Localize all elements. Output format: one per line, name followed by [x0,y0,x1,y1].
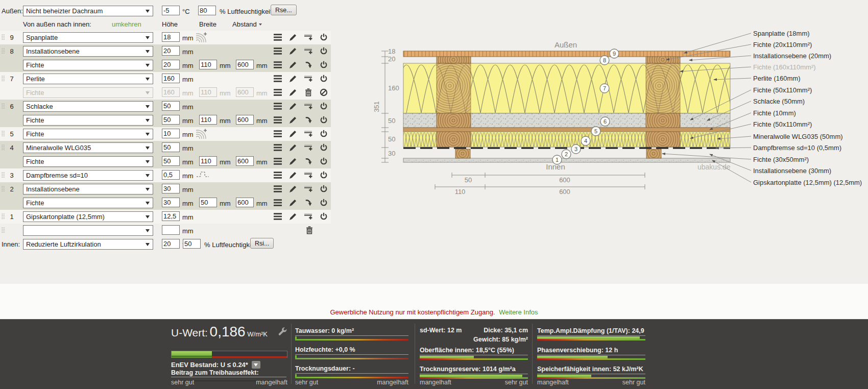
inside-material-select[interactable]: Reduzierte Luftzirkulation [23,239,153,250]
material-select[interactable]: Dampfbremse sd=10 [23,170,153,181]
hoehe-input[interactable] [162,60,180,69]
hoehe-input[interactable] [162,32,180,42]
menu-icon[interactable] [274,75,282,83]
disable-icon[interactable] [320,88,328,96]
edit-icon[interactable] [289,212,297,221]
edit-icon[interactable] [289,102,297,110]
toggle-layer-icon[interactable] [320,102,328,110]
insert-layer-icon[interactable] [304,33,312,41]
hoehe-input[interactable] [162,184,180,193]
toggle-layer-icon[interactable] [320,212,328,221]
menu-icon[interactable] [274,130,282,138]
material-select[interactable]: Perlite [23,74,153,84]
menu-icon[interactable] [274,185,282,193]
rotate-icon[interactable] [304,116,312,124]
menu-icon[interactable] [274,143,282,152]
edit-icon[interactable] [289,33,297,41]
material-select[interactable]: Installationsebene [23,184,153,195]
drag-handle[interactable]: ⣿ [1,213,5,219]
toggle-layer-icon[interactable] [320,185,328,193]
drag-handle[interactable]: ⣿ [1,144,5,150]
material-select[interactable]: Spanplatte [23,32,153,43]
drag-handle[interactable]: ⣿ [1,186,5,191]
menu-icon[interactable] [274,88,282,96]
hoehe-input[interactable] [162,198,180,207]
menu-icon[interactable] [274,171,282,179]
breite-input[interactable] [199,156,217,166]
material-select[interactable]: Fichte [23,129,153,139]
toggle-layer-icon[interactable] [320,33,328,41]
material-select[interactable]: Installationsebene [23,46,153,57]
edit-icon[interactable] [289,185,297,193]
abstand-input[interactable] [236,60,254,69]
abstand-input[interactable] [236,198,254,207]
material-select[interactable]: Mineralwolle WLG035 [23,142,153,153]
rotate-icon[interactable] [304,157,312,165]
add-beam-icon[interactable] [196,128,208,140]
outside-humidity-input[interactable] [198,6,216,15]
wrench-icon[interactable] [278,327,287,338]
breite-input[interactable] [199,198,217,207]
breite-input[interactable] [199,115,217,125]
toggle-layer-icon[interactable] [320,47,328,55]
menu-icon[interactable] [274,102,282,110]
edit-icon[interactable] [289,88,297,96]
hoehe-input[interactable] [162,156,180,166]
rotate-icon[interactable] [304,61,312,69]
insert-layer-icon[interactable] [304,185,312,193]
edit-icon[interactable] [289,157,297,165]
edit-icon[interactable] [289,61,297,69]
material-select[interactable]: Fichte [23,198,153,208]
insert-layer-icon[interactable] [304,102,312,110]
insert-layer-icon[interactable] [304,47,312,55]
edit-icon[interactable] [289,75,297,83]
drag-handle[interactable]: ⣿ [1,131,5,136]
drag-handle[interactable]: ⣿ [1,34,5,40]
breite-input[interactable] [199,87,217,97]
hoehe-input[interactable] [162,170,180,180]
hoehe-input[interactable] [162,142,180,152]
toggle-layer-icon[interactable] [320,199,328,207]
toggle-layer-icon[interactable] [320,171,328,179]
edit-icon[interactable] [289,47,297,55]
enev-dropdown-button[interactable] [252,361,260,369]
insert-layer-icon[interactable] [304,75,312,83]
reverse-order-link[interactable]: umkehren [112,20,141,28]
toggle-layer-icon[interactable] [320,157,328,165]
breite-input[interactable] [199,60,217,69]
material-select[interactable]: Fichte [23,115,153,126]
insert-layer-icon[interactable] [304,171,312,179]
abstand-input[interactable] [236,115,254,125]
outside-temperature-input[interactable] [162,6,180,15]
drag-handle[interactable]: ⣿ [1,227,5,233]
edit-icon[interactable] [289,116,297,124]
hoehe-input[interactable] [162,101,180,111]
material-select[interactable]: Schlacke [23,101,153,112]
rse-button[interactable]: Rse... [271,5,297,15]
hoehe-input[interactable] [162,115,180,125]
delete-icon[interactable] [304,88,312,96]
hoehe-input[interactable] [162,129,180,138]
rsi-button[interactable]: Rsi... [250,238,274,249]
edit-icon[interactable] [289,130,297,138]
toggle-layer-icon[interactable] [320,130,328,138]
rotate-icon[interactable] [304,199,312,207]
delete-icon[interactable] [305,226,314,234]
outside-material-select[interactable]: Nicht beheizter Dachraum [23,6,153,16]
menu-icon[interactable] [274,157,282,165]
menu-icon[interactable] [274,199,282,207]
weitere-infos-link[interactable]: Weitere Infos [499,308,538,316]
drag-handle[interactable]: ⣿ [1,172,5,178]
material-select[interactable]: Fichte [23,87,153,98]
abstand-input[interactable] [236,87,254,97]
inside-humidity-input[interactable] [183,239,201,249]
hoehe-input[interactable] [162,74,180,83]
drag-handle[interactable]: ⣿ [1,76,5,81]
edit-icon[interactable] [289,143,297,152]
toggle-layer-icon[interactable] [320,61,328,69]
hoehe-input[interactable] [162,87,180,97]
material-select[interactable]: Fichte [23,60,153,70]
menu-icon[interactable] [274,61,282,69]
membrane-icon[interactable] [196,169,209,180]
add-beam-icon[interactable] [196,32,208,44]
